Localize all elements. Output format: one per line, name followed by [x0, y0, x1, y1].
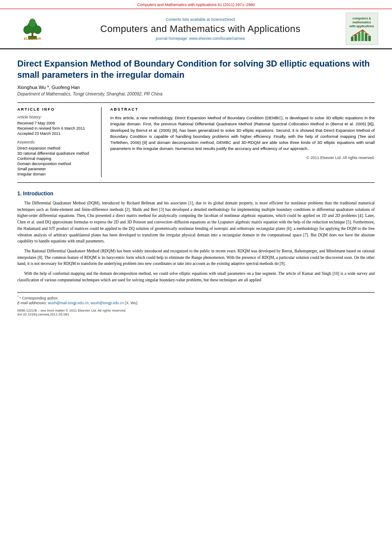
paragraph-3: With the help of conformal mapping and t… — [17, 271, 375, 283]
authors: Xionghua Wu *, Guofeng Han — [17, 85, 375, 90]
copyright: © 2011 Elsevier Ltd. All rights reserved… — [110, 156, 375, 160]
homepage-link[interactable]: www.elsevier.com/locate/camwa — [189, 36, 245, 41]
journal-cover-area: computers & mathematics with application… — [344, 13, 379, 45]
doi-line: doi:10.1016/j.camwa.2011.03.081 — [17, 312, 126, 316]
keyword-3: Conformal mapping — [17, 156, 95, 161]
footer-bottom: 0898-1221/$ – see front matter © 2011 El… — [17, 309, 375, 316]
article-info-column: Article Info Article history: Received 7… — [17, 107, 102, 177]
svg-rect-7 — [351, 37, 354, 41]
svg-rect-12 — [368, 36, 371, 41]
svg-point-5 — [29, 19, 36, 27]
svg-point-3 — [23, 25, 31, 34]
cover-text2: mathematics — [353, 21, 371, 24]
section-introduction: 1. Introduction The Differential Quadrat… — [17, 191, 375, 283]
keyword-4: Domain decomposition method — [17, 162, 95, 166]
email-2[interactable]: wuxh@tongji.edu.cn — [91, 301, 124, 305]
corresponding-label: * Corresponding author. — [19, 296, 58, 300]
cover-text3: with applications — [350, 25, 374, 28]
keyword-2: 3D rational differential quadrature meth… — [17, 151, 95, 156]
keyword-1: Direct expansion method — [17, 146, 95, 150]
main-content: Direct Expansion Method of Boundary Cond… — [0, 49, 392, 325]
elsevier-logo-icon: ELSEVIER — [13, 17, 52, 41]
keyword-5: Small parameter — [17, 167, 95, 171]
author-names: Xionghua Wu *, Guofeng Han — [17, 85, 80, 90]
keywords-label: Keywords: — [17, 140, 95, 144]
affiliation: Department of Mathematics, Tongji Univer… — [17, 92, 375, 96]
revised-date: Received in revised form 6 March 2011 — [17, 126, 95, 131]
email-note: E-mail addresses: wuxh@mail.tongji.edu.c… — [17, 301, 375, 305]
keyword-6: Irregular domain — [17, 172, 95, 176]
journal-header: ELSEVIER Contents lists available at Sci… — [0, 9, 392, 49]
abstract-column: Abstract In this article, a new methodol… — [110, 107, 375, 177]
received-date: Received 7 May 2009 — [17, 121, 95, 125]
issn-line: 0898-1221/$ – see front matter © 2011 El… — [17, 309, 126, 312]
citation-text: Computers and Mathematics with Applicati… — [137, 3, 255, 7]
abstract-heading: Abstract — [110, 107, 375, 111]
corresponding-author-note: * * Corresponding author. — [17, 295, 375, 300]
journal-homepage: journal homepage: www.elsevier.com/locat… — [61, 36, 340, 41]
asterisk-icon: * — [17, 295, 19, 298]
elsevier-branding: ELSEVIER — [9, 17, 56, 41]
sciencedirect-link[interactable]: ScienceDirect — [211, 17, 235, 22]
email-label: E-mail addresses: — [17, 301, 47, 305]
journal-cover-image: computers & mathematics with application… — [346, 13, 378, 45]
divider-bottom — [17, 182, 375, 183]
article-meta-section: Article Info Article history: Received 7… — [17, 107, 375, 177]
cover-chart-icon — [350, 28, 374, 41]
svg-rect-9 — [358, 32, 360, 41]
divider-top — [17, 102, 375, 103]
email-suffix: (X. Wu). — [125, 301, 138, 305]
paragraph-2: The Rational Differential Quadrature Met… — [17, 248, 375, 267]
paragraph-1: The Differential Quadrature Method (DQM)… — [17, 200, 375, 245]
abstract-text: In this article, a new methodology, Dire… — [110, 115, 375, 152]
accepted-date: Accepted 23 March 2011 — [17, 131, 95, 136]
journal-name: Computers and Mathematics with Applicati… — [61, 23, 340, 35]
homepage-label: journal homepage: — [156, 36, 189, 41]
page: Computers and Mathematics with Applicati… — [0, 0, 392, 535]
article-info-heading: Article Info — [17, 107, 95, 111]
journal-title-area: Contents lists available at ScienceDirec… — [61, 17, 340, 41]
article-title: Direct Expansion Method of Boundary Cond… — [17, 58, 375, 80]
sciencedirect-prefix: Contents lists available at — [166, 17, 211, 22]
svg-rect-8 — [354, 35, 357, 41]
footer: * * Corresponding author. E-mail address… — [17, 292, 375, 317]
section-1-title: 1. Introduction — [17, 191, 375, 197]
sciencedirect-label: Contents lists available at ScienceDirec… — [61, 17, 340, 22]
footer-left: 0898-1221/$ – see front matter © 2011 El… — [17, 309, 126, 316]
svg-rect-11 — [365, 33, 367, 41]
svg-rect-10 — [361, 30, 364, 41]
svg-text:ELSEVIER: ELSEVIER — [24, 37, 41, 41]
history-label: Article history: — [17, 115, 95, 119]
cover-text1: computers & — [353, 17, 371, 20]
email-1[interactable]: wuxh@mail.tongji.edu.cn, — [48, 301, 89, 305]
svg-point-4 — [34, 25, 41, 34]
journal-citation: Computers and Mathematics with Applicati… — [0, 0, 392, 9]
